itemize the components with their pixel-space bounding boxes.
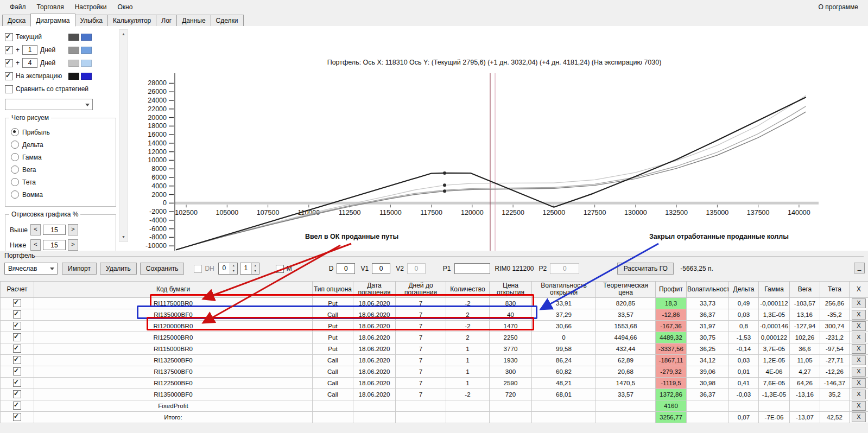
color-swatch[interactable] <box>68 73 79 80</box>
row-delete-button[interactable]: X <box>852 333 866 342</box>
decrement-button[interactable]: < <box>30 224 41 235</box>
strategy-select[interactable] <box>5 99 93 110</box>
app-window: Файл Торговля Настройки Окно О программе… <box>0 0 868 433</box>
row-calc-checkbox[interactable] <box>13 379 21 387</box>
radio-vega[interactable]: Вега <box>11 165 110 174</box>
row-delete-button[interactable]: X <box>852 321 866 331</box>
plus1-days-input[interactable] <box>22 45 37 55</box>
spinner-arrows-icon[interactable] <box>251 263 259 274</box>
plus1-checkbox[interactable] <box>5 46 13 54</box>
color-swatch[interactable] <box>68 34 79 41</box>
decrement-button[interactable]: < <box>30 239 41 251</box>
column-header[interactable]: Профит <box>656 282 687 298</box>
increment-button[interactable]: > <box>68 239 78 251</box>
row-calc-checkbox[interactable] <box>13 310 21 319</box>
p2-input[interactable] <box>550 263 579 274</box>
profile-select[interactable]: Вячеслав <box>4 263 58 275</box>
calc-go-button[interactable]: Рассчитать ГО <box>617 263 674 275</box>
column-header[interactable]: Волатильность открытия <box>532 282 596 298</box>
svg-text:8000: 8000 <box>151 165 167 173</box>
v2-input[interactable] <box>407 263 426 274</box>
row-calc-checkbox[interactable] <box>13 390 21 398</box>
row-calc-checkbox[interactable] <box>13 345 21 353</box>
column-header[interactable]: Цена открытия <box>490 282 532 298</box>
color-swatch[interactable] <box>81 47 92 54</box>
column-header[interactable]: Вега <box>790 282 820 298</box>
scroll-down-icon[interactable] <box>119 233 128 241</box>
row-calc-checkbox[interactable] <box>13 413 21 421</box>
row-delete-button[interactable]: X <box>852 355 866 365</box>
row-calc-checkbox[interactable] <box>13 356 21 364</box>
below-value-input[interactable] <box>43 240 66 250</box>
menu-about[interactable]: О программе <box>813 1 864 13</box>
import-button[interactable]: Импорт <box>62 263 97 275</box>
row-calc-checkbox[interactable] <box>13 367 21 375</box>
row-delete-button[interactable]: X <box>852 367 866 377</box>
menu-window[interactable]: Окно <box>112 1 138 13</box>
column-header[interactable]: Количество <box>446 282 490 298</box>
column-header[interactable]: Код бумаги <box>34 282 313 298</box>
column-header[interactable]: Дата погашения <box>353 282 396 298</box>
tab-smile[interactable]: Улыбка <box>75 15 109 26</box>
row-delete-button[interactable]: X <box>852 412 866 422</box>
color-swatch[interactable] <box>68 60 79 67</box>
tab-log[interactable]: Лог <box>156 15 177 26</box>
save-button[interactable]: Сохранить <box>140 263 185 275</box>
spinner-arrows-icon[interactable] <box>230 263 237 274</box>
dh-spinner-1[interactable]: 0 <box>218 263 238 275</box>
column-header[interactable]: Тип опциона <box>313 282 353 298</box>
dh-spinner-2[interactable]: 1 <box>240 263 259 275</box>
radio-gamma[interactable]: Гамма <box>11 153 110 161</box>
m-checkbox[interactable] <box>276 265 284 273</box>
compare-strategy-checkbox[interactable] <box>5 85 13 93</box>
row-calc-checkbox[interactable] <box>13 333 21 341</box>
column-header[interactable]: Дельта <box>729 282 759 298</box>
row-delete-button[interactable]: X <box>852 378 866 388</box>
row-delete-button[interactable]: X <box>852 390 866 399</box>
menu-settings[interactable]: Настройки <box>69 1 112 13</box>
radio-profit[interactable]: Прибыль <box>11 128 110 136</box>
column-header[interactable]: Волатильность <box>687 282 729 298</box>
row-delete-button[interactable]: X <box>852 310 866 320</box>
row-calc-checkbox[interactable] <box>13 299 21 307</box>
delete-button[interactable]: Удалить <box>100 263 137 275</box>
tab-calculator[interactable]: Калькулятор <box>107 15 156 26</box>
row-calc-checkbox[interactable] <box>13 402 21 410</box>
row-delete-button[interactable]: X <box>852 298 866 308</box>
current-checkbox[interactable] <box>5 33 13 41</box>
p1-input[interactable] <box>454 263 490 274</box>
radio-delta[interactable]: Дельта <box>11 141 110 149</box>
v1-input[interactable] <box>372 263 390 274</box>
tab-data[interactable]: Данные <box>176 15 211 26</box>
color-swatch[interactable] <box>81 73 92 80</box>
radio-theta[interactable]: Тета <box>11 178 110 186</box>
column-header[interactable]: Тета <box>820 282 850 298</box>
plus4-days-input[interactable] <box>22 58 37 68</box>
column-header[interactable]: Дней до погашения <box>396 282 446 298</box>
row-delete-button[interactable]: X <box>852 401 866 411</box>
tab-board[interactable]: Доска <box>2 15 31 26</box>
menu-file[interactable]: Файл <box>4 1 31 13</box>
above-value-input[interactable] <box>43 225 66 235</box>
dh-checkbox[interactable] <box>194 265 202 273</box>
color-swatch[interactable] <box>81 34 92 41</box>
color-swatch[interactable] <box>81 60 92 67</box>
radio-vomma[interactable]: Вомма <box>11 190 110 199</box>
menu-trading[interactable]: Торговля <box>31 1 69 13</box>
increment-button[interactable]: > <box>68 224 78 235</box>
row-calc-checkbox[interactable] <box>13 322 21 330</box>
scroll-up-icon[interactable] <box>119 30 128 39</box>
column-header[interactable]: Теоретическая цена <box>596 282 656 298</box>
d-input[interactable] <box>337 263 355 274</box>
column-header[interactable]: Гамма <box>759 282 790 298</box>
cell: 18.06.2020 <box>353 343 396 354</box>
plus4-checkbox[interactable] <box>5 59 13 67</box>
panel-scrollbar[interactable] <box>119 29 128 242</box>
color-swatch[interactable] <box>68 47 79 54</box>
tab-diagram[interactable]: Диаграмма <box>30 14 75 27</box>
tab-deals[interactable]: Сделки <box>211 15 244 26</box>
column-header[interactable]: Расчет <box>1 282 34 298</box>
row-delete-button[interactable]: X <box>852 344 866 354</box>
expiration-checkbox[interactable] <box>5 72 13 80</box>
column-header[interactable]: X <box>850 282 868 298</box>
